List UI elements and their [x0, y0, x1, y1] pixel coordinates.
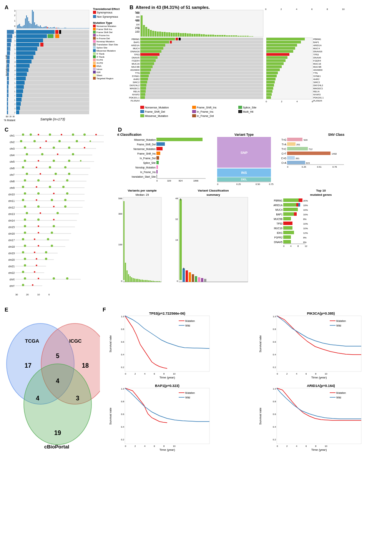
svg-rect-226	[240, 36, 242, 37]
bap1-title: BAP1(p=0.323)	[155, 384, 179, 388]
svg-rect-71	[16, 30, 55, 34]
svg-rect-222	[231, 35, 233, 37]
svg-rect-192	[161, 32, 163, 37]
svg-text:0.8: 0.8	[121, 400, 125, 403]
svg-rect-52	[70, 28, 71, 28]
svg-rect-47	[64, 28, 65, 28]
svg-rect-247	[140, 53, 159, 56]
svg-point-417	[24, 232, 26, 234]
svg-rect-36	[51, 28, 52, 28]
svg-rect-221	[228, 35, 230, 37]
svg-rect-266	[140, 84, 263, 87]
svg-rect-118	[7, 38, 12, 42]
svg-rect-99	[16, 81, 89, 85]
svg-text:Wild: Wild	[185, 324, 190, 327]
svg-rect-272	[140, 93, 263, 96]
svg-rect-98	[16, 77, 26, 80]
svg-text:12: 12	[305, 245, 307, 247]
svg-rect-197	[173, 33, 175, 37]
svg-rect-535	[139, 279, 140, 282]
svg-point-443	[36, 265, 37, 266]
svg-point-412	[24, 225, 26, 227]
svg-point-354	[38, 160, 39, 162]
svg-text:chr10: chr10	[8, 193, 15, 196]
svg-point-342	[53, 147, 55, 149]
svg-text:1.0: 1.0	[121, 388, 125, 390]
svg-point-418	[38, 232, 39, 233]
svg-text:chr16: chr16	[8, 232, 15, 235]
svg-text:824: 824	[179, 180, 183, 182]
svg-text:30: 30	[15, 293, 18, 296]
svg-text:20: 20	[26, 293, 29, 296]
svg-point-457	[32, 284, 33, 286]
svg-rect-497	[287, 138, 302, 141]
svg-rect-506	[287, 152, 331, 155]
svg-text:Nonsense Mutation: Nonsense Mutation	[96, 25, 116, 27]
b-legend-nonsense: Nonsense_Mutation	[145, 106, 169, 109]
svg-rect-103	[16, 89, 89, 93]
svg-text:291: 291	[296, 143, 301, 146]
svg-text:8%: 8%	[303, 237, 307, 239]
svg-text:30: 30	[12, 115, 15, 118]
b-right-muc5b: MUC5B	[313, 66, 321, 68]
svg-text:300: 300	[136, 16, 140, 18]
svg-rect-106	[16, 93, 22, 97]
cbio-only-value: 19	[54, 430, 61, 436]
b-right-reln: RELN	[313, 90, 319, 93]
svg-text:8: 8	[297, 245, 299, 247]
svg-rect-250	[140, 59, 263, 62]
svg-text:0.6: 0.6	[273, 341, 276, 343]
svg-rect-46	[63, 28, 64, 28]
svg-rect-583	[294, 212, 297, 216]
svg-rect-503	[287, 147, 308, 150]
svg-point-375	[66, 179, 68, 182]
svg-rect-18	[31, 24, 32, 28]
b-right-nyap2: NYAP2	[313, 93, 321, 96]
svg-text:2: 2	[14, 14, 16, 17]
svg-rect-108	[16, 98, 22, 102]
svg-rect-39	[55, 28, 56, 28]
svg-rect-305	[192, 110, 196, 113]
svg-text:Frame Shift Ins: Frame Shift Ins	[96, 28, 112, 30]
svg-text:8: 8	[327, 8, 328, 10]
legend-synonymous: Synonymous	[97, 11, 113, 14]
svg-point-368	[55, 173, 57, 175]
svg-rect-230	[249, 36, 251, 37]
svg-rect-267	[140, 84, 146, 87]
svg-rect-185	[145, 27, 147, 37]
svg-text:0.50: 0.50	[256, 183, 260, 185]
svg-rect-96	[16, 72, 27, 76]
svg-rect-262	[140, 78, 263, 80]
svg-text:4: 4	[296, 445, 297, 447]
svg-point-378	[22, 186, 24, 188]
svg-rect-63	[83, 28, 83, 28]
b-legend-multihit: Multi_Hit	[243, 110, 253, 113]
svg-rect-154	[93, 43, 96, 46]
svg-rect-285	[266, 50, 293, 53]
svg-rect-112	[16, 106, 20, 110]
svg-rect-512	[287, 161, 305, 164]
svg-rect-624	[277, 316, 361, 372]
svg-text:6: 6	[306, 445, 307, 447]
svg-rect-29	[43, 27, 44, 28]
svg-rect-211	[205, 35, 207, 37]
svg-rect-10	[22, 27, 22, 28]
b-gene-magec1: MAGEC1	[130, 87, 140, 90]
svg-text:0: 0	[177, 280, 178, 282]
svg-rect-191	[159, 32, 161, 37]
svg-rect-306	[238, 110, 242, 113]
svg-point-380	[49, 186, 51, 188]
b-legend-framedel: Frame_Shift_Del	[145, 110, 165, 113]
svg-rect-213	[210, 35, 212, 37]
svg-rect-300	[266, 96, 271, 99]
svg-rect-141	[93, 15, 96, 18]
svg-rect-0	[16, 10, 89, 29]
svg-rect-261	[140, 75, 149, 77]
tp53-title: TP53(p=2.722566e-06)	[149, 312, 185, 315]
svg-point-357	[80, 160, 81, 162]
svg-rect-575	[296, 203, 298, 207]
svg-rect-595	[283, 231, 294, 234]
svg-rect-62	[81, 28, 82, 28]
svg-point-402	[26, 212, 28, 214]
svg-rect-529	[130, 276, 131, 282]
